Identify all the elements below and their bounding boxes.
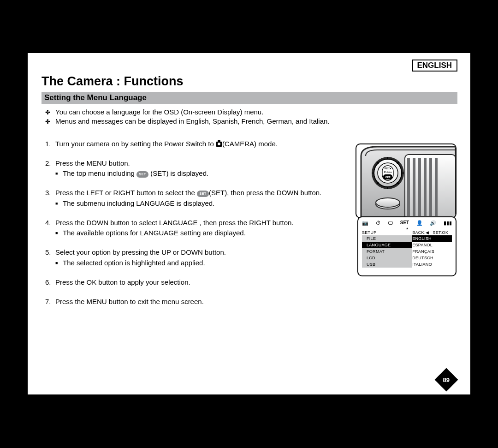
osd-row-left: FORMAT	[362, 248, 412, 255]
set-icon: SET	[197, 191, 209, 197]
osd-row-right: ENGLISH	[412, 235, 452, 242]
language-indicator: ENGLISH	[412, 60, 457, 72]
step-number: 7.	[45, 297, 55, 306]
osd-menu-figure: 📷⏱🖵SET👤🔊▮▮▮ ▴ SETUP BACK:◀ SET:OK FILEEN…	[357, 216, 456, 276]
osd-tab-icon: 📷	[362, 220, 368, 226]
osd-tabs: 📷⏱🖵SET👤🔊▮▮▮	[358, 220, 456, 227]
svg-text:PLAY●: PLAY●	[384, 171, 392, 173]
step-sub: The available options for LANGUAGE setti…	[55, 228, 341, 238]
body-text: You can choose a language for the OSD (O…	[45, 108, 341, 317]
set-icon: SET	[136, 171, 148, 178]
camera-illustration: REC● PLAY● OFF	[356, 143, 456, 218]
osd-row-right: FRANÇAIS	[412, 248, 452, 255]
step: 4.Press the DOWN button to select LANGUA…	[45, 218, 341, 238]
osd-row-left: USB	[362, 261, 412, 268]
osd-header-setok: SET:OK	[433, 230, 448, 235]
osd-row-right: ITALIANO	[412, 261, 452, 268]
intro-bullet: Menus and messages can be displayed in E…	[45, 117, 341, 126]
step: 3.Press the LEFT or RIGHT button to sele…	[45, 188, 341, 208]
page-number-badge: 89	[435, 368, 458, 392]
osd-tab-icon: 🖵	[388, 220, 393, 226]
camera-mode-icon	[216, 142, 222, 147]
intro-bullet: You can choose a language for the OSD (O…	[45, 108, 341, 117]
svg-text:OFF: OFF	[385, 176, 391, 179]
osd-row: FILEENGLISH	[358, 235, 456, 242]
osd-row-right: DEUTSCH	[412, 255, 452, 261]
svg-text:REC●: REC●	[385, 167, 391, 170]
osd-header: SETUP BACK:◀ SET:OK	[358, 230, 456, 235]
osd-row: LANGUAGEESPAÑOL	[358, 242, 456, 248]
step-sub: The selected option is highlighted and a…	[55, 258, 341, 268]
step: 1.Turn your camera on by setting the Pow…	[45, 139, 341, 149]
svg-point-24	[376, 198, 400, 207]
osd-tab-icon: 🔊	[430, 220, 436, 226]
step-number: 2.	[45, 159, 55, 168]
osd-tab-icon: ▮▮▮	[444, 220, 452, 226]
osd-tab-set: SET	[400, 220, 409, 226]
step: 6.Press the OK button to apply your sele…	[45, 278, 341, 287]
step-number: 3.	[45, 188, 55, 197]
osd-row-left: LCD	[362, 255, 412, 261]
osd-row-left: FILE	[362, 235, 412, 242]
step: 2.Press the MENU button.The top menu inc…	[45, 159, 341, 179]
step: 5.Select your option by pressing the UP …	[45, 248, 341, 268]
step-sub: The submenu including LANGUAGE is displa…	[55, 199, 341, 208]
step-number: 6.	[45, 278, 55, 287]
page-title: The Camera : Functions	[42, 74, 184, 89]
osd-row-right: ESPAÑOL	[412, 242, 452, 248]
manual-page: ENGLISH The Camera : Functions Setting t…	[28, 53, 470, 394]
step-number: 1.	[45, 139, 55, 149]
step-number: 5.	[45, 248, 55, 257]
page-number: 89	[443, 376, 450, 383]
osd-header-back: BACK:◀	[412, 230, 429, 235]
osd-row: LCDDEUTSCH	[358, 255, 456, 261]
step-sub: The top menu including SET (SET) is disp…	[55, 169, 341, 178]
osd-row: FORMATFRANÇAIS	[358, 248, 456, 255]
osd-tab-icon: 👤	[416, 220, 423, 226]
osd-row-left: LANGUAGE	[362, 242, 412, 248]
step-number: 4.	[45, 218, 55, 227]
osd-row: USBITALIANO	[358, 261, 456, 268]
step: 7.Press the MENU button to exit the menu…	[45, 297, 341, 306]
section-subtitle: Setting the Menu Language	[42, 92, 457, 104]
osd-tab-icon: ⏱	[376, 220, 381, 226]
osd-header-left: SETUP	[362, 230, 412, 235]
